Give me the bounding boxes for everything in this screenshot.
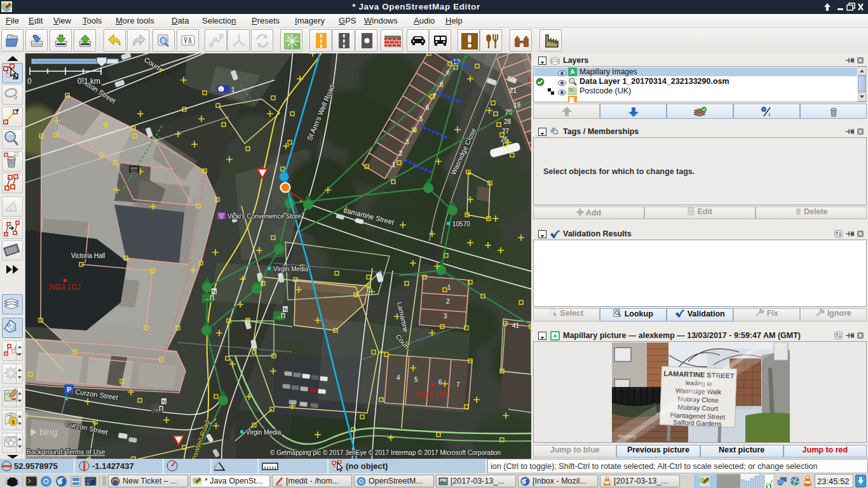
svg-text:Virgin Media: Virgin Media [246,429,281,436]
svg-text:NG3 1DJ: NG3 1DJ [50,283,81,292]
svg-text:$: $ [11,419,15,425]
svg-text:N: N [283,306,288,313]
svg-text:6: 6 [438,379,442,386]
svg-text:1: 1 [231,86,235,93]
svg-text:27: 27 [502,128,510,135]
svg-text:NG: NG [569,88,574,92]
svg-text:0.1 km: 0.1 km [78,77,100,86]
svg-text:28: 28 [504,118,512,125]
svg-text:N: N [162,398,166,405]
svg-text:0: 0 [27,77,32,86]
svg-text:41: 41 [512,322,520,329]
svg-text:→Π: →Π [153,405,163,412]
svg-text:1: 1 [392,161,396,168]
svg-text:Mapillary: Mapillary [618,434,637,439]
svg-text:NG3 1CT: NG3 1CT [417,391,450,400]
svg-text:2: 2 [446,298,450,305]
svg-text:i: i [220,87,222,93]
svg-text:3: 3 [444,313,447,320]
svg-text:Background: Terms of Use: Background: Terms of Use [27,448,105,456]
svg-text:Virgin Media: Virgin Media [273,266,309,273]
svg-text:© Getmapping plc © 2017 3enEye: © Getmapping plc © 2017 3enEye © 2017 In… [270,449,501,456]
svg-text:3: 3 [405,139,409,146]
svg-text:21: 21 [510,87,517,94]
svg-text:6: 6 [426,104,430,111]
svg-text:NG3 1: NG3 1 [527,76,531,85]
svg-text:Vicki's Convenience Store: Vicki's Convenience Store [227,213,301,220]
svg-text:1: 1 [447,284,451,291]
svg-text:▒▒: ▒▒ [130,167,138,173]
svg-text:4: 4 [397,374,400,381]
svg-text:10570: 10570 [452,220,470,227]
svg-text:Victoria Hall: Victoria Hall [71,252,105,259]
svg-text:→Π: →Π [203,295,214,302]
svg-text:5: 5 [419,116,423,123]
svg-text:→Π: →Π [275,313,285,320]
svg-text:N: N [212,288,217,295]
svg-text:bing: bing [39,426,57,437]
svg-text:2: 2 [399,150,403,157]
svg-text:P: P [67,386,71,393]
svg-text:5: 5 [414,376,418,383]
svg-text:7: 7 [456,381,460,388]
